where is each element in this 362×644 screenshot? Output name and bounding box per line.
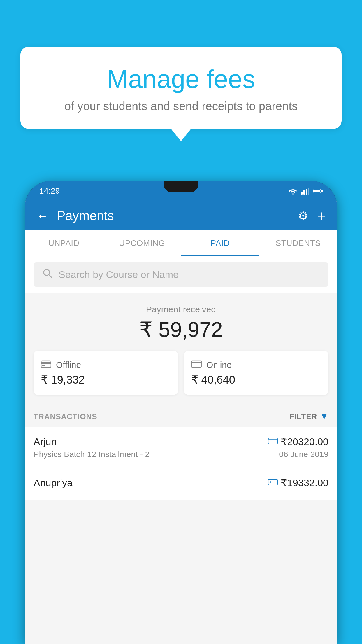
- offline-payment-card: Offline ₹ 19,332: [34, 351, 178, 395]
- svg-rect-3: [306, 189, 307, 195]
- filter-icon: ▼: [320, 412, 328, 421]
- signal-icon: [301, 188, 309, 195]
- transaction-name: Arjun: [34, 436, 57, 447]
- transaction-course: Physics Batch 12 Installment - 2: [34, 450, 150, 459]
- add-button[interactable]: +: [317, 207, 326, 224]
- back-button[interactable]: ←: [36, 209, 48, 223]
- payment-summary: Payment received ₹ 59,972 Offline: [25, 293, 337, 404]
- transaction-main-row: Anupriya ₹ ₹19332.00: [34, 477, 328, 489]
- offline-card-header: Offline: [41, 359, 171, 370]
- filter-label: FILTER: [289, 412, 317, 421]
- online-card-header: Online: [191, 359, 321, 370]
- payment-cards: Offline ₹ 19,332 Online: [34, 351, 328, 395]
- svg-rect-7: [321, 190, 323, 192]
- payment-total-amount: ₹ 59,972: [34, 317, 328, 342]
- transaction-date: 06 June 2019: [279, 450, 328, 459]
- transaction-amount-area: ₹20320.00: [268, 436, 328, 447]
- app-header: ← Payments ⚙ +: [25, 201, 337, 230]
- svg-rect-1: [301, 192, 303, 195]
- transaction-main-row: Arjun ₹20320.00: [34, 436, 328, 447]
- transaction-list: Arjun ₹20320.00 Physics Batch 12 Install…: [25, 427, 337, 500]
- svg-point-0: [292, 193, 294, 195]
- header-actions: ⚙ +: [298, 207, 326, 224]
- offline-label: Offline: [56, 360, 81, 370]
- tab-students[interactable]: STUDENTS: [259, 230, 337, 256]
- transaction-item[interactable]: Anupriya ₹ ₹19332.00: [25, 468, 337, 500]
- phone-frame: 14:29 ←: [25, 181, 337, 644]
- tab-upcoming[interactable]: UPCOMING: [103, 230, 181, 256]
- svg-rect-6: [313, 190, 320, 192]
- online-label: Online: [206, 360, 232, 370]
- tab-unpaid[interactable]: UNPAID: [25, 230, 103, 256]
- svg-rect-11: [41, 362, 51, 364]
- transaction-amount: ₹19332.00: [281, 477, 328, 489]
- speech-bubble-title: Manage fees: [35, 64, 327, 94]
- status-icons: [288, 188, 323, 195]
- wifi-icon: [288, 188, 298, 195]
- filter-button[interactable]: FILTER ▼: [289, 412, 328, 421]
- transaction-name: Anupriya: [34, 477, 73, 489]
- transaction-detail-row: Physics Batch 12 Installment - 2 06 June…: [34, 450, 328, 459]
- page-title: Payments: [57, 209, 289, 223]
- offline-icon: [41, 359, 51, 370]
- transactions-header: TRANSACTIONS FILTER ▼: [25, 404, 337, 427]
- svg-line-9: [49, 274, 52, 278]
- online-payment-card: Online ₹ 40,640: [184, 351, 328, 395]
- offline-type-icon: ₹: [268, 478, 278, 487]
- tab-paid[interactable]: PAID: [181, 230, 259, 256]
- settings-icon[interactable]: ⚙: [298, 209, 308, 223]
- speech-bubble-subtitle: of your students and send receipts to pa…: [35, 100, 327, 113]
- svg-rect-4: [308, 188, 309, 195]
- search-placeholder: Search by Course or Name: [59, 269, 179, 280]
- payment-received-label: Payment received: [34, 304, 328, 314]
- online-type-icon: [268, 437, 278, 446]
- app-content: ← Payments ⚙ + UNPAID UPCOMING PAID STUD…: [25, 201, 337, 644]
- svg-rect-12: [42, 365, 45, 366]
- transaction-amount: ₹20320.00: [281, 436, 328, 447]
- offline-amount: ₹ 19,332: [41, 373, 171, 386]
- speech-bubble: Manage fees of your students and send re…: [20, 47, 342, 129]
- search-bar[interactable]: Search by Course or Name: [34, 262, 328, 287]
- svg-rect-15: [268, 438, 277, 444]
- search-icon: [42, 268, 53, 281]
- search-container: Search by Course or Name: [25, 256, 337, 293]
- online-icon: [191, 359, 202, 370]
- svg-text:₹: ₹: [269, 480, 272, 485]
- tabs-bar: UNPAID UPCOMING PAID STUDENTS: [25, 230, 337, 256]
- status-bar: 14:29: [25, 181, 337, 201]
- transaction-item[interactable]: Arjun ₹20320.00 Physics Batch 12 Install…: [25, 427, 337, 468]
- transaction-amount-area: ₹ ₹19332.00: [268, 477, 328, 489]
- svg-rect-13: [191, 361, 201, 367]
- status-time: 14:29: [39, 186, 60, 196]
- phone-notch: [164, 181, 198, 192]
- svg-rect-2: [303, 190, 305, 195]
- transactions-label: TRANSACTIONS: [34, 412, 97, 421]
- online-amount: ₹ 40,640: [191, 373, 321, 386]
- battery-icon: [313, 188, 323, 194]
